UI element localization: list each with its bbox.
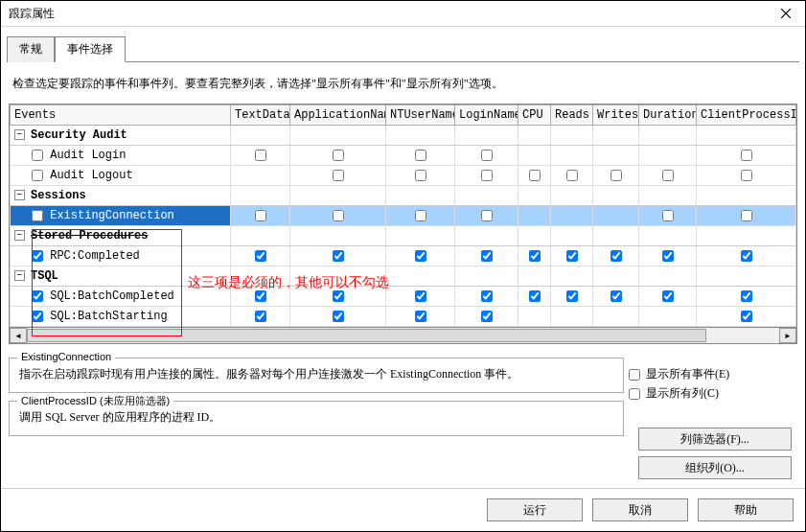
scroll-right-icon[interactable]: ► [779,328,796,343]
cell-checkbox[interactable] [481,250,493,262]
col-events[interactable]: Events [11,105,231,126]
cell-checkbox[interactable] [415,170,426,181]
collapse-icon[interactable]: − [14,230,25,241]
col-desc-body: 调用 SQL Server 的应用程序的进程 ID。 [19,409,613,426]
col-duration[interactable]: Duration [639,105,697,126]
cell-checkbox[interactable] [415,210,426,221]
col-desc-title: ClientProcessID (未应用筛选器) [17,394,173,408]
col-login[interactable]: LoginName [455,105,518,126]
row-batch-starting[interactable]: SQL:BatchStarting [11,307,796,327]
event-checkbox[interactable] [32,311,43,322]
cell-checkbox[interactable] [481,311,493,322]
tab-strip: 常规 事件选择 [7,36,799,62]
cell-checkbox[interactable] [415,311,426,322]
cell-checkbox[interactable] [255,150,266,161]
event-checkbox[interactable] [32,170,43,181]
show-all-columns-option[interactable]: 显示所有列(C) [629,385,792,402]
category-tsql[interactable]: −TSQL [11,266,796,287]
cell-checkbox[interactable] [333,170,344,181]
display-options: 显示所有事件(E) 显示所有列(C) [629,363,792,405]
show-all-columns-checkbox[interactable] [629,388,640,400]
category-security-audit[interactable]: −Security Audit [11,126,796,146]
organize-columns-button[interactable]: 组织列(O)... [638,456,792,479]
cell-checkbox[interactable] [481,210,493,221]
collapse-icon[interactable]: − [14,270,25,281]
cell-checkbox[interactable] [610,250,622,262]
cell-checkbox[interactable] [566,250,578,262]
row-audit-logout[interactable]: Audit Logout [11,166,796,186]
cell-checkbox[interactable] [662,170,674,181]
col-reads[interactable]: Reads [551,105,593,126]
col-textdata[interactable]: TextData [231,105,290,126]
event-desc-body: 指示在启动跟踪时现有用户连接的属性。服务器对每个用户连接激发一个 Existin… [19,366,613,382]
cell-checkbox[interactable] [662,250,674,262]
run-button[interactable]: 运行 [487,498,583,521]
event-checkbox[interactable] [32,250,43,262]
cell-checkbox[interactable] [662,290,674,302]
col-appname[interactable]: ApplicationName [290,105,386,126]
cell-checkbox[interactable] [415,150,426,161]
row-existing-connection[interactable]: ExistingConnection [11,206,796,226]
tab-general[interactable]: 常规 [7,36,55,62]
event-description-group: ExistingConnection 指示在启动跟踪时现有用户连接的属性。服务器… [9,358,624,393]
cell-checkbox[interactable] [529,250,541,262]
cell-checkbox[interactable] [255,250,266,262]
cell-checkbox[interactable] [741,210,752,221]
scroll-left-icon[interactable]: ◄ [10,328,27,343]
category-stored-procedures[interactable]: −Stored Procedures [11,226,796,246]
cell-checkbox[interactable] [662,210,674,221]
cell-checkbox[interactable] [333,290,344,302]
titlebar: 跟踪属性 [1,1,805,27]
cell-checkbox[interactable] [481,150,493,161]
cell-checkbox[interactable] [333,311,344,322]
horizontal-scrollbar[interactable]: ◄ ► [9,328,797,344]
cell-checkbox[interactable] [741,311,752,322]
col-writes[interactable]: Writes [593,105,639,126]
cell-checkbox[interactable] [481,170,493,181]
event-checkbox[interactable] [32,150,43,161]
event-desc-title: ExistingConnection [17,351,115,362]
cell-checkbox[interactable] [529,170,541,181]
cell-checkbox[interactable] [255,210,266,221]
cell-checkbox[interactable] [333,210,344,221]
column-filters-button[interactable]: 列筛选器(F)... [638,428,792,451]
cell-checkbox[interactable] [610,170,622,181]
cell-checkbox[interactable] [566,290,578,302]
column-description-group: ClientProcessID (未应用筛选器) 调用 SQL Server 的… [9,401,624,436]
row-rpc-completed[interactable]: RPC:Completed [11,246,796,266]
cell-checkbox[interactable] [741,250,752,262]
cell-checkbox[interactable] [415,290,426,302]
event-checkbox[interactable] [32,210,43,221]
instructions-text: 检查选定要跟踪的事件和事件列。要查看完整列表，请选择"显示所有事件"和"显示所有… [7,62,799,104]
scroll-thumb[interactable] [27,329,706,342]
row-audit-login[interactable]: Audit Login [11,146,796,166]
collapse-icon[interactable]: − [14,190,25,200]
cell-checkbox[interactable] [610,290,622,302]
cell-checkbox[interactable] [333,250,344,262]
events-grid: Events TextData ApplicationName NTUserNa… [9,104,797,328]
cell-checkbox[interactable] [741,150,752,161]
cell-checkbox[interactable] [529,290,541,302]
col-ntuser[interactable]: NTUserName [386,105,455,126]
trace-properties-dialog: 跟踪属性 常规 事件选择 检查选定要跟踪的事件和事件列。要查看完整列表，请选择"… [0,0,806,532]
event-checkbox[interactable] [32,290,43,302]
col-cpu[interactable]: CPU [518,105,551,126]
row-batch-completed[interactable]: SQL:BatchCompleted [11,287,796,307]
category-sessions[interactable]: −Sessions [11,186,796,206]
cell-checkbox[interactable] [415,250,426,262]
close-icon[interactable] [767,1,805,26]
show-all-events-checkbox[interactable] [629,369,640,381]
tab-events[interactable]: 事件选择 [55,36,126,62]
cell-checkbox[interactable] [481,290,493,302]
cell-checkbox[interactable] [255,290,266,302]
cell-checkbox[interactable] [333,150,344,161]
cell-checkbox[interactable] [255,311,266,322]
cell-checkbox[interactable] [741,170,752,181]
cell-checkbox[interactable] [741,290,752,302]
show-all-events-option[interactable]: 显示所有事件(E) [629,366,792,382]
cancel-button[interactable]: 取消 [592,498,688,521]
collapse-icon[interactable]: − [14,129,25,140]
cell-checkbox[interactable] [566,170,578,181]
col-clientprocess[interactable]: ClientProcessID [697,105,796,126]
help-button[interactable]: 帮助 [698,498,794,521]
